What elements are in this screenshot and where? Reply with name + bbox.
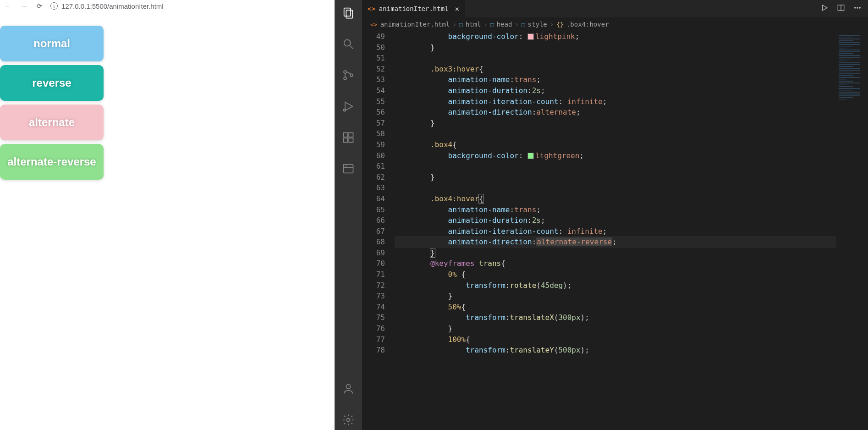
breadcrumb-item[interactable]: <>animationIter.html xyxy=(370,21,450,28)
box-normal[interactable]: normal xyxy=(0,26,104,61)
minimap[interactable] xyxy=(836,31,868,430)
browser-forward-button[interactable]: → xyxy=(19,2,28,10)
html-file-icon: <> xyxy=(368,5,375,12)
vscode-panel: <> animationIter.html × <>animationIter.… xyxy=(335,0,868,430)
chevron-right-icon: › xyxy=(515,21,518,28)
run-debug-icon[interactable] xyxy=(340,98,357,116)
box-reverse[interactable]: reverse xyxy=(0,65,104,101)
line-number-gutter: 4950515253545556575859606162636465666768… xyxy=(362,31,394,430)
breadcrumb-item[interactable]: {}.box4:hover xyxy=(556,21,609,28)
more-actions-icon[interactable] xyxy=(853,4,862,14)
svg-rect-10 xyxy=(349,133,353,137)
browser-reload-button[interactable]: ⟳ xyxy=(35,2,44,10)
box-label: alternate xyxy=(29,116,75,129)
element-icon: ⬚ xyxy=(522,21,525,28)
svg-point-21 xyxy=(855,7,856,8)
code-editor[interactable]: 4950515253545556575859606162636465666768… xyxy=(362,31,868,430)
rendered-page: normal reverse alternate alternate-rever… xyxy=(0,12,335,430)
svg-marker-18 xyxy=(823,5,828,11)
box-alternate-reverse[interactable]: alternate-reverse xyxy=(0,144,104,180)
tab-close-icon[interactable]: × xyxy=(455,5,460,13)
svg-rect-11 xyxy=(344,138,348,142)
search-icon[interactable] xyxy=(340,36,357,54)
svg-rect-0 xyxy=(344,8,351,17)
chevron-right-icon: › xyxy=(452,21,456,28)
box-alternate[interactable]: alternate xyxy=(0,105,104,140)
run-icon[interactable] xyxy=(820,4,829,14)
browser-url-text: 127.0.0.1:5500/animationIter.html xyxy=(61,2,164,10)
browser-url-bar[interactable]: i 127.0.0.1:5500/animationIter.html xyxy=(50,2,331,10)
svg-point-16 xyxy=(346,385,350,389)
box-label: alternate-reverse xyxy=(7,155,96,168)
svg-line-3 xyxy=(350,46,353,49)
svg-point-4 xyxy=(344,71,346,73)
box-label: normal xyxy=(33,37,70,50)
breadcrumb-item[interactable]: ⬚head xyxy=(490,21,512,28)
breadcrumbs[interactable]: <>animationIter.html › ⬚html › ⬚head › ⬚… xyxy=(362,17,868,31)
svg-point-17 xyxy=(347,419,350,422)
editor-actions xyxy=(820,0,868,17)
breadcrumb-item[interactable]: ⬚style xyxy=(522,21,547,28)
css-rule-icon: {} xyxy=(556,21,564,28)
accounts-icon[interactable] xyxy=(340,380,357,399)
html-file-icon: <> xyxy=(370,21,378,28)
editor-area: <> animationIter.html × <>animationIter.… xyxy=(362,0,868,430)
svg-point-22 xyxy=(857,7,858,8)
browser-panel: ← → ⟳ i 127.0.0.1:5500/animationIter.htm… xyxy=(0,0,335,430)
chevron-right-icon: › xyxy=(483,21,487,28)
svg-point-23 xyxy=(859,7,860,8)
editor-tab-active[interactable]: <> animationIter.html × xyxy=(362,0,465,17)
chevron-right-icon: › xyxy=(550,21,554,28)
source-control-icon[interactable] xyxy=(340,67,357,85)
activity-bar xyxy=(335,0,362,430)
panel-icon[interactable] xyxy=(340,160,357,179)
box-label: reverse xyxy=(32,77,71,89)
tab-bar: <> animationIter.html × xyxy=(362,0,868,17)
split-editor-icon[interactable] xyxy=(837,4,845,14)
extensions-icon[interactable] xyxy=(340,129,357,148)
svg-point-2 xyxy=(344,40,351,46)
explorer-icon[interactable] xyxy=(340,5,357,23)
svg-rect-12 xyxy=(349,138,353,142)
svg-point-6 xyxy=(350,74,353,77)
element-icon: ⬚ xyxy=(490,21,494,28)
element-icon: ⬚ xyxy=(459,21,463,28)
settings-gear-icon[interactable] xyxy=(340,412,357,430)
breadcrumb-item[interactable]: ⬚html xyxy=(459,21,481,28)
svg-rect-1 xyxy=(346,10,352,18)
site-info-icon[interactable]: i xyxy=(50,2,58,10)
svg-point-8 xyxy=(344,109,346,111)
browser-toolbar: ← → ⟳ i 127.0.0.1:5500/animationIter.htm… xyxy=(0,0,335,12)
code-content[interactable]: background-color: lightpink; } .box3:hov… xyxy=(394,31,836,430)
tab-filename: animationIter.html xyxy=(379,5,449,12)
svg-rect-13 xyxy=(344,165,353,173)
svg-point-5 xyxy=(344,77,346,80)
svg-rect-9 xyxy=(344,133,348,137)
svg-marker-7 xyxy=(345,102,352,111)
browser-back-button[interactable]: ← xyxy=(4,2,13,10)
